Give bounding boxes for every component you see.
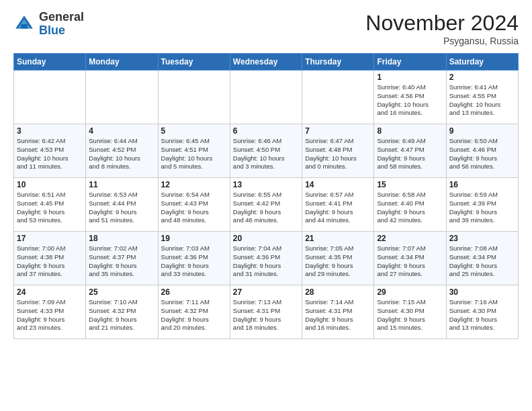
day-info: Sunrise: 7:16 AM Sunset: 4:30 PM Dayligh… <box>449 298 515 332</box>
weekday-header: Wednesday <box>230 54 302 71</box>
day-number: 7 <box>305 126 371 136</box>
day-number: 30 <box>449 287 515 297</box>
day-info: Sunrise: 7:04 AM Sunset: 4:36 PM Dayligh… <box>233 244 299 279</box>
day-number: 24 <box>17 287 83 297</box>
logo-blue: Blue <box>39 24 65 37</box>
calendar-cell: 28Sunrise: 7:14 AM Sunset: 4:31 PM Dayli… <box>302 285 374 339</box>
day-number: 21 <box>305 234 371 243</box>
calendar-cell: 16Sunrise: 6:59 AM Sunset: 4:39 PM Dayli… <box>446 178 518 232</box>
day-number: 18 <box>89 234 154 243</box>
calendar-cell: 3Sunrise: 6:42 AM Sunset: 4:53 PM Daylig… <box>14 124 86 178</box>
calendar-week-row: 1Sunrise: 6:40 AM Sunset: 4:56 PM Daylig… <box>14 71 519 124</box>
day-info: Sunrise: 7:15 AM Sunset: 4:30 PM Dayligh… <box>377 298 443 332</box>
day-info: Sunrise: 7:05 AM Sunset: 4:35 PM Dayligh… <box>305 244 371 279</box>
day-number: 25 <box>89 287 154 297</box>
day-info: Sunrise: 7:11 AM Sunset: 4:32 PM Dayligh… <box>161 298 227 332</box>
weekday-header: Friday <box>374 54 446 71</box>
calendar-cell: 4Sunrise: 6:44 AM Sunset: 4:52 PM Daylig… <box>86 124 158 178</box>
title-block: November 2024 Psygansu, Russia <box>365 11 519 46</box>
calendar-cell: 11Sunrise: 6:53 AM Sunset: 4:44 PM Dayli… <box>86 178 158 232</box>
day-info: Sunrise: 7:13 AM Sunset: 4:31 PM Dayligh… <box>233 298 299 332</box>
calendar-cell: 8Sunrise: 6:49 AM Sunset: 4:47 PM Daylig… <box>374 124 446 178</box>
calendar-cell: 15Sunrise: 6:58 AM Sunset: 4:40 PM Dayli… <box>374 178 446 232</box>
day-number: 6 <box>233 126 299 136</box>
day-number: 2 <box>449 73 515 82</box>
logo-icon <box>13 13 35 35</box>
calendar-cell: 1Sunrise: 6:40 AM Sunset: 4:56 PM Daylig… <box>374 71 446 124</box>
day-number: 27 <box>233 287 299 297</box>
calendar-week-row: 10Sunrise: 6:51 AM Sunset: 4:45 PM Dayli… <box>14 178 519 232</box>
calendar-cell: 9Sunrise: 6:50 AM Sunset: 4:46 PM Daylig… <box>446 124 518 178</box>
day-info: Sunrise: 6:55 AM Sunset: 4:42 PM Dayligh… <box>233 191 299 225</box>
calendar-cell: 10Sunrise: 6:51 AM Sunset: 4:45 PM Dayli… <box>14 178 86 232</box>
day-info: Sunrise: 6:41 AM Sunset: 4:55 PM Dayligh… <box>449 83 515 118</box>
calendar-cell <box>230 71 302 124</box>
day-info: Sunrise: 7:14 AM Sunset: 4:31 PM Dayligh… <box>305 298 371 332</box>
day-number: 10 <box>17 180 83 189</box>
calendar-cell <box>14 71 86 124</box>
day-info: Sunrise: 7:09 AM Sunset: 4:33 PM Dayligh… <box>17 298 83 332</box>
calendar-cell: 13Sunrise: 6:55 AM Sunset: 4:42 PM Dayli… <box>230 178 302 232</box>
day-number: 16 <box>449 180 515 189</box>
calendar-cell <box>86 71 158 124</box>
day-number: 11 <box>89 180 154 189</box>
logo-general: General <box>39 10 84 24</box>
weekday-header: Monday <box>86 54 158 71</box>
day-info: Sunrise: 6:46 AM Sunset: 4:50 PM Dayligh… <box>233 137 299 171</box>
logo-text: General Blue <box>39 11 84 38</box>
calendar-table: SundayMondayTuesdayWednesdayThursdayFrid… <box>13 53 519 339</box>
day-info: Sunrise: 6:59 AM Sunset: 4:39 PM Dayligh… <box>449 191 515 225</box>
header: General Blue November 2024 Psygansu, Rus… <box>13 11 519 46</box>
svg-rect-2 <box>21 24 28 28</box>
calendar-cell: 6Sunrise: 6:46 AM Sunset: 4:50 PM Daylig… <box>230 124 302 178</box>
day-number: 22 <box>377 234 443 243</box>
day-info: Sunrise: 6:45 AM Sunset: 4:51 PM Dayligh… <box>161 137 227 171</box>
calendar-cell: 25Sunrise: 7:10 AM Sunset: 4:32 PM Dayli… <box>86 285 158 339</box>
logo: General Blue <box>13 11 84 38</box>
calendar-cell: 29Sunrise: 7:15 AM Sunset: 4:30 PM Dayli… <box>374 285 446 339</box>
day-number: 15 <box>377 180 443 189</box>
calendar-cell: 27Sunrise: 7:13 AM Sunset: 4:31 PM Dayli… <box>230 285 302 339</box>
calendar-cell: 26Sunrise: 7:11 AM Sunset: 4:32 PM Dayli… <box>158 285 230 339</box>
day-info: Sunrise: 6:57 AM Sunset: 4:41 PM Dayligh… <box>305 191 371 225</box>
day-number: 3 <box>17 126 83 136</box>
day-info: Sunrise: 7:03 AM Sunset: 4:36 PM Dayligh… <box>161 244 227 279</box>
day-number: 19 <box>161 234 227 243</box>
calendar-cell: 14Sunrise: 6:57 AM Sunset: 4:41 PM Dayli… <box>302 178 374 232</box>
calendar-cell: 7Sunrise: 6:47 AM Sunset: 4:48 PM Daylig… <box>302 124 374 178</box>
day-number: 23 <box>449 234 515 243</box>
day-number: 5 <box>161 126 227 136</box>
calendar-cell: 17Sunrise: 7:00 AM Sunset: 4:38 PM Dayli… <box>14 232 86 285</box>
day-info: Sunrise: 6:49 AM Sunset: 4:47 PM Dayligh… <box>377 137 443 171</box>
day-info: Sunrise: 6:42 AM Sunset: 4:53 PM Dayligh… <box>17 137 83 171</box>
calendar-cell: 24Sunrise: 7:09 AM Sunset: 4:33 PM Dayli… <box>14 285 86 339</box>
calendar-cell: 20Sunrise: 7:04 AM Sunset: 4:36 PM Dayli… <box>230 232 302 285</box>
page: General Blue November 2024 Psygansu, Rus… <box>0 0 532 347</box>
day-info: Sunrise: 6:51 AM Sunset: 4:45 PM Dayligh… <box>17 191 83 225</box>
weekday-header: Saturday <box>446 54 518 71</box>
day-info: Sunrise: 7:08 AM Sunset: 4:34 PM Dayligh… <box>449 244 515 279</box>
weekday-header: Sunday <box>14 54 86 71</box>
calendar-cell: 22Sunrise: 7:07 AM Sunset: 4:34 PM Dayli… <box>374 232 446 285</box>
day-info: Sunrise: 6:47 AM Sunset: 4:48 PM Dayligh… <box>305 137 371 171</box>
calendar-header-row: SundayMondayTuesdayWednesdayThursdayFrid… <box>14 54 519 71</box>
day-number: 1 <box>377 73 443 82</box>
day-number: 13 <box>233 180 299 189</box>
day-number: 14 <box>305 180 371 189</box>
calendar-week-row: 24Sunrise: 7:09 AM Sunset: 4:33 PM Dayli… <box>14 285 519 339</box>
calendar-cell: 21Sunrise: 7:05 AM Sunset: 4:35 PM Dayli… <box>302 232 374 285</box>
day-number: 9 <box>449 126 515 136</box>
day-info: Sunrise: 6:50 AM Sunset: 4:46 PM Dayligh… <box>449 137 515 171</box>
location: Psygansu, Russia <box>365 36 519 46</box>
calendar-week-row: 17Sunrise: 7:00 AM Sunset: 4:38 PM Dayli… <box>14 232 519 285</box>
day-info: Sunrise: 6:53 AM Sunset: 4:44 PM Dayligh… <box>89 191 154 225</box>
calendar-cell: 2Sunrise: 6:41 AM Sunset: 4:55 PM Daylig… <box>446 71 518 124</box>
weekday-header: Thursday <box>302 54 374 71</box>
calendar-cell: 19Sunrise: 7:03 AM Sunset: 4:36 PM Dayli… <box>158 232 230 285</box>
day-info: Sunrise: 7:02 AM Sunset: 4:37 PM Dayligh… <box>89 244 154 279</box>
day-number: 8 <box>377 126 443 136</box>
calendar-cell <box>302 71 374 124</box>
calendar-week-row: 3Sunrise: 6:42 AM Sunset: 4:53 PM Daylig… <box>14 124 519 178</box>
day-info: Sunrise: 6:44 AM Sunset: 4:52 PM Dayligh… <box>89 137 154 171</box>
day-number: 29 <box>377 287 443 297</box>
